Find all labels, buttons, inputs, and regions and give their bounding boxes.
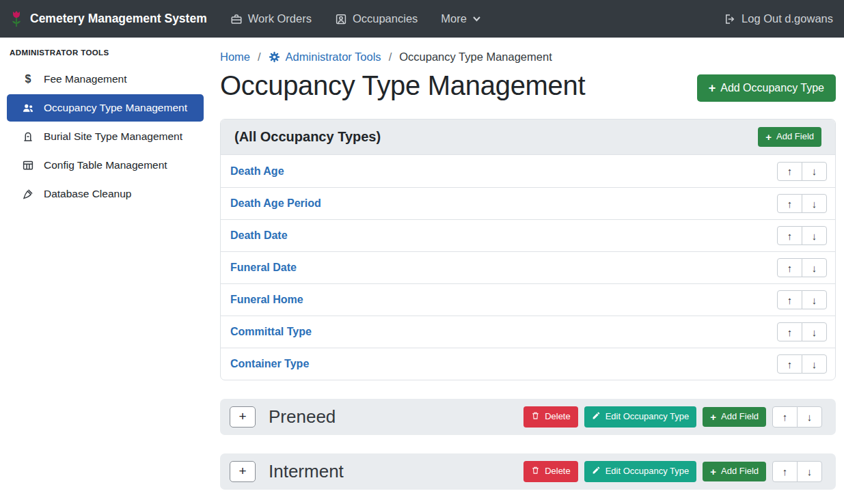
field-link-death-date[interactable]: Death Date: [230, 229, 288, 242]
pencil-icon: [592, 466, 601, 477]
arrow-down-icon: ↓: [812, 198, 817, 210]
move-down-button[interactable]: ↓: [802, 258, 827, 277]
breadcrumb-separator: /: [258, 51, 261, 64]
reorder-button-group: ↑↓: [777, 290, 827, 309]
sidebar-item-fee-management[interactable]: $Fee Management: [7, 66, 204, 93]
move-down-button[interactable]: ↓: [802, 290, 827, 309]
edit-occupancy-type-button[interactable]: Edit Occupancy Type: [584, 406, 697, 428]
breadcrumb-separator: /: [389, 51, 392, 64]
nav-occupancies[interactable]: Occupancies: [335, 12, 418, 25]
reorder-button-group: ↑↓: [777, 258, 827, 277]
sidebar-item-label: Fee Management: [44, 73, 127, 85]
move-down-button[interactable]: ↓: [802, 354, 827, 374]
move-up-button[interactable]: ↑: [777, 322, 802, 341]
arrow-up-icon: ↑: [782, 466, 788, 477]
breadcrumb-current: Occupancy Type Management: [399, 51, 552, 64]
arrow-down-icon: ↓: [807, 411, 813, 423]
nav-work-orders[interactable]: Work Orders: [230, 12, 312, 25]
sidebar-heading: ADMINISTRATOR TOOLS: [0, 42, 210, 66]
field-row: Death Age Period↑↓: [221, 187, 835, 219]
arrow-down-icon: ↓: [812, 262, 817, 274]
logout-button[interactable]: Log Out d.gowans: [724, 12, 833, 25]
main-content: Home / Administrator Tools / Occupancy T…: [210, 38, 844, 504]
plus-icon: +: [710, 466, 716, 477]
add-field-button[interactable]: + Add Field: [758, 127, 821, 147]
all-occupancy-types-card: (All Occupancy Types) + Add Field Death …: [220, 119, 836, 380]
field-link-committal-type[interactable]: Committal Type: [230, 326, 312, 338]
move-up-button[interactable]: ↑: [772, 461, 798, 482]
arrow-down-icon: ↓: [812, 165, 817, 177]
gear-icon: [269, 51, 280, 63]
expand-button[interactable]: +: [230, 406, 256, 428]
sidebar: ADMINISTRATOR TOOLS $Fee ManagementOccup…: [0, 38, 210, 504]
move-up-button[interactable]: ↑: [777, 162, 802, 181]
top-navbar: Cemetery Management System Work Orders O…: [0, 0, 844, 38]
sidebar-item-label: Config Table Management: [44, 159, 167, 171]
title-row: Occupancy Type Management + Add Occupanc…: [220, 70, 836, 102]
field-link-container-type[interactable]: Container Type: [230, 358, 309, 370]
add-field-button[interactable]: +Add Field: [703, 407, 766, 427]
dollar-icon: $: [21, 73, 35, 85]
section-controls: DeleteEdit Occupancy Type+Add Field↑↓: [523, 461, 822, 482]
nav-more-label: More: [441, 12, 467, 25]
move-down-button[interactable]: ↓: [802, 162, 827, 181]
reorder-button-group: ↑↓: [777, 322, 827, 341]
breadcrumb-admin-tools-label: Administrator Tools: [286, 51, 381, 64]
delete-button[interactable]: Delete: [523, 461, 578, 482]
add-occupancy-type-label: Add Occupancy Type: [720, 82, 824, 94]
occupancies-icon: [335, 13, 347, 25]
reorder-button-group: ↑↓: [777, 354, 827, 374]
delete-button[interactable]: Delete: [523, 406, 578, 428]
field-link-funeral-date[interactable]: Funeral Date: [230, 262, 297, 274]
section-controls: DeleteEdit Occupancy Type+Add Field↑↓: [523, 406, 822, 428]
move-up-button[interactable]: ↑: [772, 406, 798, 428]
breadcrumb-home-link[interactable]: Home: [220, 51, 250, 64]
field-link-death-age-period[interactable]: Death Age Period: [230, 197, 321, 210]
field-row: Death Age↑↓: [221, 155, 835, 187]
arrow-up-icon: ↑: [787, 359, 793, 370]
trash-icon: [531, 466, 540, 477]
sidebar-item-config-table-management[interactable]: Config Table Management: [7, 152, 204, 179]
reorder-button-group: ↑↓: [777, 162, 827, 181]
move-down-button[interactable]: ↓: [797, 406, 822, 428]
field-row: Funeral Date↑↓: [221, 251, 835, 283]
arrow-up-icon: ↑: [782, 411, 788, 423]
burial-site-icon: [21, 130, 35, 143]
logout-label: Log Out d.gowans: [741, 12, 833, 25]
field-row: Death Date↑↓: [221, 219, 835, 251]
field-row: Container Type↑↓: [221, 348, 835, 380]
arrow-down-icon: ↓: [812, 359, 817, 370]
page-title: Occupancy Type Management: [220, 70, 585, 101]
plus-icon: +: [709, 82, 716, 94]
sidebar-item-database-cleanup[interactable]: Database Cleanup: [7, 180, 204, 208]
move-up-button[interactable]: ↑: [777, 194, 802, 213]
field-link-death-age[interactable]: Death Age: [230, 165, 284, 178]
move-up-button[interactable]: ↑: [777, 290, 802, 309]
sidebar-item-occupancy-type-management[interactable]: Occupancy Type Management: [7, 94, 204, 122]
reorder-button-group: ↑↓: [777, 194, 827, 213]
reorder-button-group: ↑↓: [772, 406, 822, 428]
edit-occupancy-type-button[interactable]: Edit Occupancy Type: [584, 461, 697, 482]
move-up-button[interactable]: ↑: [777, 354, 802, 374]
move-down-button[interactable]: ↓: [802, 226, 827, 245]
arrow-up-icon: ↑: [787, 198, 793, 210]
move-up-button[interactable]: ↑: [777, 226, 802, 245]
expand-button[interactable]: +: [230, 461, 256, 482]
app-title: Cemetery Management System: [30, 12, 207, 26]
pencil-icon: [592, 411, 601, 423]
sidebar-item-burial-site-type-management[interactable]: Burial Site Type Management: [7, 123, 204, 150]
breadcrumb-admin-tools-link[interactable]: Administrator Tools: [269, 51, 381, 64]
move-down-button[interactable]: ↓: [802, 322, 827, 341]
sidebar-item-label: Database Cleanup: [44, 188, 131, 200]
nav-more[interactable]: More: [441, 12, 481, 25]
add-occupancy-type-button[interactable]: + Add Occupancy Type: [697, 74, 836, 102]
breadcrumb: Home / Administrator Tools / Occupancy T…: [220, 51, 836, 64]
add-field-button[interactable]: +Add Field: [703, 462, 766, 481]
field-link-funeral-home[interactable]: Funeral Home: [230, 294, 303, 306]
arrow-up-icon: ↑: [787, 165, 793, 177]
move-up-button[interactable]: ↑: [777, 258, 802, 277]
move-down-button[interactable]: ↓: [802, 194, 827, 213]
work-orders-icon: [230, 13, 243, 25]
move-down-button[interactable]: ↓: [797, 461, 822, 482]
arrow-down-icon: ↓: [812, 294, 817, 306]
